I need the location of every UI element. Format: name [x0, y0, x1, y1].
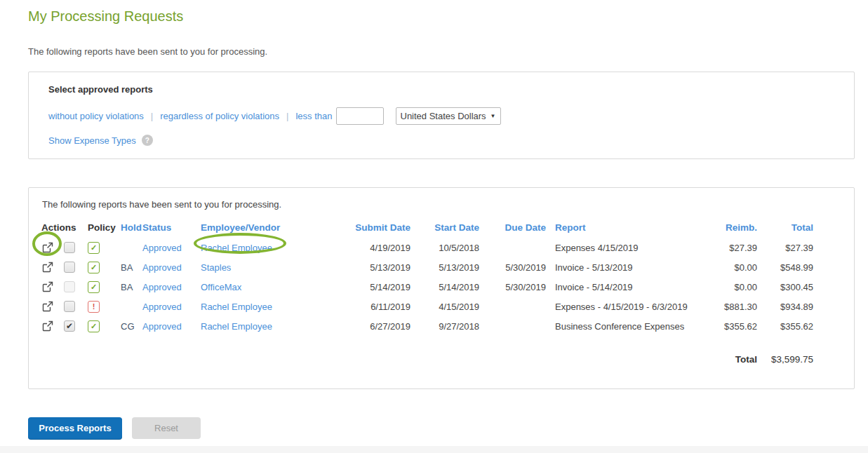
page-subtitle: The following reports have been sent to …	[28, 46, 855, 57]
column-header-submit-date[interactable]: Submit Date	[339, 222, 410, 233]
currency-selected-value: United States Dollars	[401, 111, 489, 121]
policy-ok-icon: ✓	[88, 281, 100, 293]
row-select-checkbox[interactable]	[64, 281, 75, 292]
table-header-row: Actions Policy Hold Status Employee/Vend…	[41, 218, 841, 236]
status-link[interactable]: Approved	[142, 321, 192, 332]
open-report-icon[interactable]	[41, 241, 54, 254]
column-header-total[interactable]: Total	[757, 222, 813, 233]
filter-separator: |	[151, 111, 153, 121]
column-header-hold[interactable]: Hold	[117, 222, 142, 233]
policy-warning-icon: !	[88, 301, 100, 313]
my-processing-requests-page: My Processing Requests The following rep…	[0, 0, 868, 453]
column-header-status[interactable]: Status	[142, 222, 192, 233]
reports-table: Actions Policy Hold Status Employee/Vend…	[41, 218, 841, 366]
column-header-actions: Actions	[41, 222, 88, 233]
status-link[interactable]: Approved	[142, 302, 192, 312]
row-select-checkbox[interactable]	[64, 262, 75, 273]
filter-link-less-than[interactable]: less than	[295, 111, 332, 121]
policy-ok-icon: ✓	[88, 242, 100, 254]
reimb-amount: $0.00	[694, 262, 757, 273]
show-expense-types-link[interactable]: Show Expense Types	[48, 135, 136, 146]
total-amount: $548.99	[757, 262, 813, 273]
hold-code: CG	[117, 321, 142, 332]
row-select-checkbox[interactable]: ✔	[64, 320, 75, 332]
reimb-amount: $355.62	[694, 321, 757, 332]
report-name: Business Conference Expenses	[546, 321, 694, 332]
due-date: 5/30/2019	[479, 282, 546, 292]
table-row: ✓ Approved Rachel Employee 4/19/2019 10/…	[41, 238, 841, 257]
reimb-amount: $27.39	[694, 243, 757, 253]
total-amount: $355.62	[757, 321, 813, 332]
status-link[interactable]: Approved	[142, 243, 192, 253]
reports-table-panel: The following reports have been sent to …	[28, 187, 855, 389]
bottom-strip	[0, 446, 868, 453]
submit-date: 4/19/2019	[339, 243, 410, 253]
submit-date: 5/14/2019	[339, 282, 410, 292]
start-date: 4/15/2019	[410, 302, 479, 312]
reimb-amount: $881.30	[694, 302, 757, 312]
reimb-amount: $0.00	[694, 282, 757, 292]
table-row: ! Approved Rachel Employee 6/11/2019 4/1…	[41, 297, 841, 316]
column-header-policy: Policy	[88, 222, 117, 233]
page-title: My Processing Requests	[28, 8, 855, 25]
due-date: 5/30/2019	[479, 262, 546, 273]
submit-date: 5/13/2019	[339, 262, 410, 273]
table-row: ✔ ✓ CG Approved Rachel Employee 6/27/201…	[41, 316, 841, 336]
filter-link-without-violations[interactable]: without policy violations	[48, 111, 144, 121]
filter-panel: Select approved reports without policy v…	[28, 72, 855, 159]
employee-vendor-link[interactable]: OfficeMax	[192, 282, 339, 292]
total-amount: $300.45	[757, 282, 813, 292]
open-report-icon[interactable]	[41, 320, 54, 332]
open-report-icon[interactable]	[41, 261, 54, 273]
table-row: ✓ BA Approved Staples 5/13/2019 5/13/201…	[41, 257, 841, 277]
hold-code: BA	[117, 282, 142, 292]
status-link[interactable]: Approved	[142, 262, 192, 273]
filter-link-regardless-violations[interactable]: regardless of policy violations	[160, 111, 279, 121]
report-name: Expenses - 4/15/2019 - 6/3/2019	[546, 302, 694, 312]
filter-separator: |	[286, 111, 288, 121]
employee-vendor-link[interactable]: Rachel Employee	[192, 243, 339, 253]
reset-button[interactable]: Reset	[132, 417, 201, 439]
column-header-report[interactable]: Report	[546, 222, 694, 233]
grand-total-label: Total	[694, 354, 757, 365]
policy-ok-icon: ✓	[88, 262, 100, 273]
column-header-start-date[interactable]: Start Date	[410, 222, 479, 233]
total-amount: $934.89	[757, 302, 813, 312]
open-report-icon[interactable]	[41, 280, 54, 293]
start-date: 5/14/2019	[410, 282, 479, 292]
status-link[interactable]: Approved	[142, 282, 192, 292]
table-row: ✓ BA Approved OfficeMax 5/14/2019 5/14/2…	[41, 277, 841, 297]
table-body: ✓ Approved Rachel Employee 4/19/2019 10/…	[41, 238, 841, 336]
column-header-reimb[interactable]: Reimb.	[694, 222, 757, 233]
submit-date: 6/11/2019	[339, 302, 410, 312]
table-caption: The following reports have been sent to …	[41, 199, 841, 210]
grand-total-value: $3,599.75	[757, 354, 813, 365]
start-date: 5/13/2019	[410, 262, 479, 273]
policy-ok-icon: ✓	[88, 320, 100, 332]
chevron-down-icon: ▼	[490, 113, 496, 119]
total-amount: $27.39	[757, 243, 813, 253]
report-name: Invoice - 5/14/2019	[546, 282, 694, 292]
employee-vendor-link[interactable]: Staples	[192, 262, 339, 273]
open-report-icon[interactable]	[41, 300, 54, 313]
submit-date: 6/27/2019	[339, 321, 410, 332]
table-total-row: Total $3,599.75	[41, 352, 841, 366]
start-date: 9/27/2018	[410, 321, 479, 332]
row-select-checkbox[interactable]	[64, 242, 75, 253]
start-date: 10/5/2018	[410, 243, 479, 253]
hold-code: BA	[117, 262, 142, 273]
column-header-due-date[interactable]: Due Date	[479, 222, 546, 233]
report-name: Expenses 4/15/2019	[546, 243, 694, 253]
currency-select[interactable]: United States Dollars ▼	[396, 107, 501, 125]
column-header-employee-vendor[interactable]: Employee/Vendor	[192, 222, 339, 233]
employee-vendor-link[interactable]: Rachel Employee	[192, 302, 339, 312]
help-icon[interactable]: ?	[142, 135, 153, 146]
report-name: Invoice - 5/13/2019	[546, 262, 694, 273]
row-select-checkbox[interactable]	[64, 301, 75, 312]
less-than-amount-input[interactable]	[336, 107, 384, 125]
process-reports-button[interactable]: Process Reports	[28, 417, 122, 439]
filter-heading: Select approved reports	[48, 84, 834, 95]
employee-vendor-link[interactable]: Rachel Employee	[192, 321, 339, 332]
